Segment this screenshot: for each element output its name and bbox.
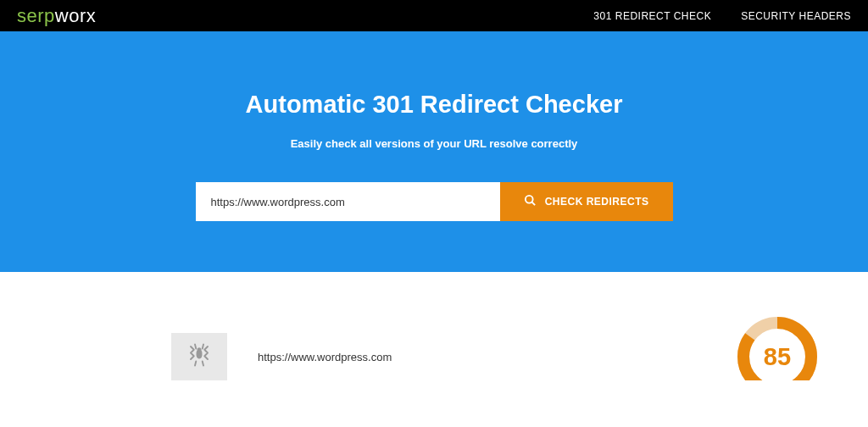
score-gauge: 85 — [735, 314, 820, 380]
logo-text-serp: serp — [17, 5, 55, 27]
search-icon — [524, 194, 537, 209]
hero-section: Automatic 301 Redirect Checker Easily ch… — [0, 31, 868, 272]
header-bar: serpworx 301 REDIRECT CHECK SECURITY HEA… — [0, 0, 868, 31]
check-redirects-button[interactable]: CHECK REDIRECTS — [500, 182, 673, 221]
svg-line-1 — [531, 202, 535, 205]
spider-icon-box — [171, 333, 227, 380]
page-subtitle: Easily check all versions of your URL re… — [0, 137, 868, 150]
results-section: https://www.wordpress.com 85 — [0, 272, 868, 380]
nav-redirect-check[interactable]: 301 REDIRECT CHECK — [593, 10, 711, 22]
score-value: 85 — [764, 343, 791, 371]
logo-text-worx: worx — [55, 5, 96, 27]
result-row: https://www.wordpress.com 85 — [171, 333, 697, 380]
logo[interactable]: serpworx — [17, 5, 96, 27]
main-nav: 301 REDIRECT CHECK SECURITY HEADERS — [593, 10, 851, 22]
svg-point-0 — [526, 196, 533, 203]
page-title: Automatic 301 Redirect Checker — [0, 91, 868, 119]
url-form: CHECK REDIRECTS — [196, 182, 673, 221]
spider-icon — [186, 342, 212, 371]
result-url-text: https://www.wordpress.com — [227, 351, 392, 363]
svg-point-2 — [198, 347, 202, 352]
svg-point-3 — [197, 352, 202, 359]
nav-security-headers[interactable]: SECURITY HEADERS — [741, 10, 851, 22]
check-button-label: CHECK REDIRECTS — [545, 196, 649, 208]
url-input[interactable] — [196, 182, 500, 221]
